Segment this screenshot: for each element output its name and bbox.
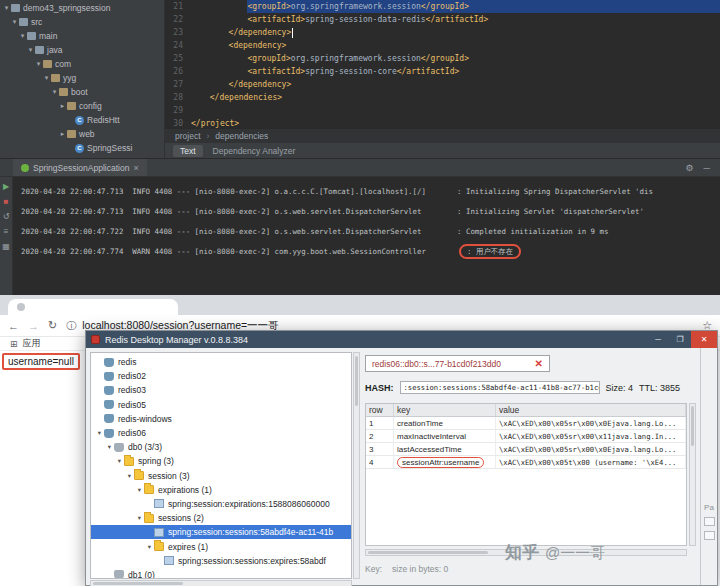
editor-code[interactable]: 21<groupId>org.springframework.session</… [165,0,720,128]
console-menu-icon[interactable]: ≡ [4,228,9,236]
code-line[interactable]: 28</dependencies> [165,91,720,104]
stop-icon[interactable]: ■ [4,198,9,206]
tab-dependency-analyzer[interactable]: Dependency Analyzer [213,146,296,156]
rdm-tree-item[interactable]: ▾db0 (3/3) [91,440,351,454]
project-tree-item[interactable]: ▾main [0,29,164,43]
rdm-tree-item[interactable]: ▾spring (3) [91,454,351,468]
bookmarks-apps-label[interactable]: 应用 [23,337,41,350]
scrollbar-thumb[interactable] [355,356,358,406]
rdm-tree-item[interactable]: ▾redis06 [91,426,351,440]
tab-text[interactable]: Text [173,145,203,157]
rdm-tree-item[interactable]: db1 (0) [91,568,351,579]
tree-toggle-icon[interactable]: ▸ [58,130,67,138]
close-icon[interactable]: × [133,163,138,173]
rdm-tree-item[interactable]: redis [91,355,351,369]
back-icon[interactable]: ← [8,320,19,332]
apps-grid-icon[interactable]: ⊞ [10,339,18,349]
rdm-tree-item[interactable]: spring:session:sessions:expires:58abdf [91,554,351,568]
hash-field-cell: lastAccessedTime [394,443,496,455]
project-tree-item[interactable]: ▾demo43_springsession [0,1,164,15]
browser-tab[interactable] [8,299,178,315]
code-line[interactable]: 26<artifactId>spring-session-core</artif… [165,65,720,78]
minimize-button[interactable]: ─ [647,331,669,348]
chevron-right-icon: › [207,131,210,141]
console-tab-springsessionapplication[interactable]: SpringSessionApplication × [13,159,147,176]
table-row[interactable]: 4sessionAttr:username\xAC\xED\x00\x05t\x… [366,456,686,469]
rdm-tree-item[interactable]: redis05 [91,398,351,412]
project-tree-item[interactable]: ▾java [0,43,164,57]
tree-toggle-icon[interactable]: ▾ [145,543,154,551]
tree-toggle-icon[interactable]: ▾ [115,457,124,465]
side-button[interactable] [704,517,715,526]
folder-icon [11,4,20,12]
breadcrumb-item-project[interactable]: project [175,131,201,141]
collapse-icon[interactable]: ─ [704,163,710,173]
column-header-row[interactable]: row [366,404,394,416]
rdm-tree-item[interactable]: ▾sessions (2) [91,511,351,525]
table-row[interactable]: 2maxInactiveInterval\xAC\xED\x00\x05sr\x… [366,430,686,443]
tree-toggle-icon[interactable]: ▾ [50,88,59,96]
tree-toggle-icon[interactable]: ▾ [10,18,19,26]
tree-toggle-icon[interactable]: ▾ [18,32,27,40]
tree-toggle-icon[interactable]: ▸ [58,102,67,110]
maximize-button[interactable]: ❐ [669,331,691,348]
code-line[interactable]: 25<groupId>org.springframework.session</… [165,52,720,65]
code-line[interactable]: 21<groupId>org.springframework.session</… [165,0,720,13]
table-row[interactable]: 1creationTime\xAC\xED\x00\x05sr\x00\x0Ej… [366,417,686,430]
project-tree-item[interactable]: ▸config [0,99,164,113]
gear-icon[interactable]: ⚙ [686,163,694,173]
rdm-tree-item[interactable]: spring:session:expirations:1588086060000 [91,497,351,511]
tree-toggle-icon[interactable]: ▾ [125,472,134,480]
restart-icon[interactable]: ↺ [3,213,10,221]
rdm-tree-item[interactable]: ▾expirations (1) [91,483,351,497]
code-line[interactable]: 23</dependency> [165,26,720,39]
project-tree-item[interactable]: ▾yyg [0,71,164,85]
tree-toggle-icon[interactable]: ▾ [95,429,104,437]
side-button[interactable] [704,531,715,540]
scrollbar-thumb[interactable] [93,582,183,585]
table-scrollbar[interactable] [689,403,696,546]
tree-toggle-icon[interactable]: ▾ [34,60,43,68]
tree-toggle-icon[interactable]: ▾ [135,514,144,522]
project-tree-item[interactable]: CSpringSessi [0,141,164,155]
scrollbar-thumb[interactable] [368,551,488,554]
code-line[interactable]: 24<dependency> [165,39,720,52]
project-tree-item[interactable]: ▾com [0,57,164,71]
column-header-key[interactable]: key [394,404,496,416]
info-icon[interactable]: ⓘ [66,319,76,333]
project-tree-item[interactable]: ▾boot [0,85,164,99]
tree-toggle-icon[interactable]: ▾ [26,46,35,54]
project-tree-item[interactable]: CRedisHtt [0,113,164,127]
project-tree-item[interactable]: ▸web [0,127,164,141]
tree-toggle-icon[interactable]: ▾ [42,74,51,82]
rdm-key-tab[interactable]: redis06::db0::s...77-b1cd0f213dd0 ✕ [365,355,550,372]
key-name-field[interactable]: :session:sessions:58abdf4e-ac11-41b8-ac7… [400,381,600,394]
tree-toggle-icon[interactable]: ▾ [135,486,144,494]
tree-scrollbar[interactable] [353,352,360,579]
rdm-titlebar[interactable]: Redis Desktop Manager v.0.8.8.384 ─ ❐ ✕ [86,331,717,348]
rdm-tree-item[interactable]: ▾expires (1) [91,539,351,553]
table-row[interactable]: 3lastAccessedTime\xAC\xED\x00\x05sr\x00\… [366,443,686,456]
tree-h-scrollbar[interactable] [90,580,352,586]
tree-toggle-icon[interactable]: ▾ [2,4,11,12]
scrollbar-thumb[interactable] [691,406,694,446]
rdm-tree-item[interactable]: redis-windows [91,412,351,426]
column-header-value[interactable]: value [496,404,686,416]
tree-toggle-icon[interactable]: ▾ [105,443,114,451]
code-line[interactable]: 30</project> [165,117,720,128]
breadcrumb-item-dependencies[interactable]: dependencies [215,131,268,141]
refresh-icon[interactable]: ↻ [48,319,57,332]
rdm-tree-item[interactable]: spring:session:sessions:58abdf4e-ac11-41… [91,525,351,539]
rdm-tree-item[interactable]: redis02 [91,369,351,383]
forward-icon[interactable]: → [28,320,39,332]
rdm-tree-item[interactable]: redis03 [91,383,351,397]
close-icon[interactable]: ✕ [535,358,543,369]
project-tree-item[interactable]: ▾src [0,15,164,29]
layout-icon[interactable]: ▦ [2,243,10,251]
code-line[interactable]: 27</dependency> [165,78,720,91]
code-line[interactable]: 29 [165,104,720,117]
rerun-icon[interactable]: ▶ [3,183,9,191]
close-button[interactable]: ✕ [691,331,717,348]
code-line[interactable]: 22<artifactId>spring-session-data-redis<… [165,13,720,26]
rdm-tree-item[interactable]: ▾session (3) [91,469,351,483]
